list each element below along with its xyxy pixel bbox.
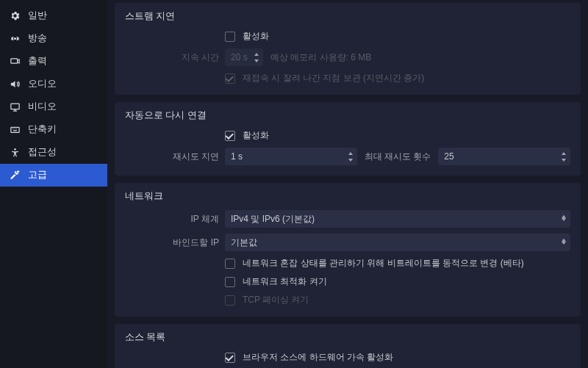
bind-ip-select[interactable]: 기본값 [225,234,570,251]
section-auto-reconnect: 자동으로 다시 연결 활성화 재시도 지연 1 s 최대 재시도 횟수 25 [115,102,581,176]
sidebar-item-general[interactable]: 일반 [0,4,107,27]
bind-ip-label: 바인드할 IP [125,237,219,249]
section-title: 네트워크 [125,190,570,203]
dynamic-bitrate-label[interactable]: 네트워크 혼잡 상태를 관리하기 위해 비트레이트를 동적으로 변경 (베타) [243,257,524,270]
sidebar-item-label: 출력 [28,55,47,68]
section-sources: 소스 목록 브라우저 소스에 하드웨어 가속 활성화 [115,324,581,368]
sidebar-item-output[interactable]: 출력 [0,50,107,73]
reconnect-enable-label[interactable]: 활성화 [243,129,269,142]
sidebar-item-label: 방송 [28,32,47,45]
svg-rect-2 [10,104,18,109]
section-network: 네트워크 IP 체계 IPv4 및 IPv6 (기본값) 바인드할 IP 기본값… [115,183,581,317]
keyboard-icon [9,124,21,136]
sidebar-item-hotkeys[interactable]: 단축키 [0,118,107,141]
section-stream-delay: 스트램 지연 활성화 지속 시간 20 s 예상 메모리 사용량: 6 MB [115,3,581,95]
ip-family-label: IP 체계 [125,213,219,226]
sidebar-item-label: 고급 [28,169,47,181]
tools-icon [9,170,21,181]
preserve-cutoff-label: 재접속 시 잘려 나간 지점 보관 (지연시간 증가) [243,72,424,84]
sidebar-item-stream[interactable]: 방송 [0,27,107,50]
browser-hwaccel-checkbox[interactable] [225,353,235,363]
chevron-up-icon[interactable] [560,151,567,156]
reconnect-enable-checkbox[interactable] [225,131,235,141]
svg-rect-1 [10,59,17,63]
sidebar-item-label: 비디오 [28,101,57,113]
sidebar-item-audio[interactable]: 오디오 [0,73,107,95]
svg-point-0 [14,38,15,40]
retry-delay-spinbox[interactable]: 1 s [225,148,357,165]
svg-point-4 [14,148,16,151]
chevron-up-icon[interactable] [347,151,354,156]
svg-rect-3 [10,127,18,132]
sidebar-item-label: 오디오 [28,78,57,90]
sidebar-item-accessibility[interactable]: 접근성 [0,141,107,164]
max-retries-spinbox[interactable]: 25 [438,148,570,165]
ip-family-select[interactable]: IPv4 및 IPv6 (기본값) [225,210,570,228]
stream-delay-enable-label[interactable]: 활성화 [243,30,269,43]
sidebar: 일반 방송 출력 오디오 비디오 단축키 접근성 [0,0,107,368]
sidebar-item-advanced[interactable]: 고급 [0,164,107,187]
sidebar-item-video[interactable]: 비디오 [0,95,107,118]
network-optim-checkbox[interactable] [225,277,235,287]
accessibility-icon [9,147,21,159]
sidebar-item-label: 단축키 [28,123,57,136]
output-icon [9,56,21,68]
section-title: 자동으로 다시 연결 [125,109,570,122]
broadcast-icon [9,33,21,45]
chevron-down-icon[interactable] [347,157,354,163]
dynamic-bitrate-checkbox[interactable] [225,259,235,269]
chevron-down-icon[interactable] [560,157,567,163]
main-content[interactable]: 스트램 지연 활성화 지속 시간 20 s 예상 메모리 사용량: 6 MB [107,0,588,368]
gear-icon [9,10,21,22]
duration-label: 지속 시간 [125,51,219,64]
duration-spinbox: 20 s [225,48,263,66]
browser-hwaccel-label[interactable]: 브라우저 소스에 하드웨어 가속 활성화 [243,351,393,364]
preserve-cutoff-checkbox [225,73,235,84]
sidebar-item-label: 일반 [28,10,47,22]
tcp-pacing-checkbox [225,295,235,306]
retry-delay-label: 재시도 지연 [125,151,219,163]
sidebar-item-label: 접근성 [28,146,57,159]
network-optim-label[interactable]: 네트워크 최적화 켜기 [243,275,327,288]
memory-estimate: 예상 메모리 사용량: 6 MB [270,51,371,64]
speaker-icon [9,79,21,90]
stream-delay-enable-checkbox[interactable] [225,32,235,42]
section-title: 소스 목록 [125,331,570,344]
tcp-pacing-label: TCP 페이싱 켜기 [243,294,309,306]
max-retries-label: 최대 재시도 횟수 [365,151,431,163]
monitor-icon [9,101,21,113]
section-title: 스트램 지연 [125,10,570,23]
